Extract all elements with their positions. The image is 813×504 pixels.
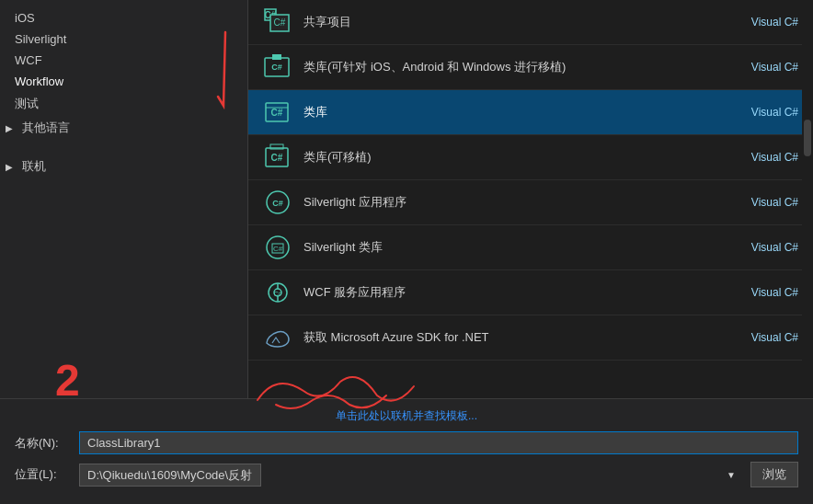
scrollbar-track (802, 0, 813, 398)
sidebar-item-silverlight[interactable]: Silverlight (0, 29, 247, 50)
name-label: 名称(N): (15, 435, 79, 452)
name-input[interactable] (79, 431, 798, 454)
bottom-section: 单击此处以联机并查找模板... 名称(N): 位置(L): D:\Qikuedu… (0, 398, 813, 504)
template-item-shared[interactable]: C# C# 共享项目 Visual C# (248, 0, 813, 45)
svg-rect-6 (272, 54, 281, 60)
location-label: 位置(L): (15, 466, 79, 483)
template-lang-silverlight-app: Visual C# (734, 196, 798, 209)
template-item-silverlight-app[interactable]: C# Silverlight 应用程序 Visual C# (248, 180, 813, 225)
template-name-library: 类库 (303, 104, 734, 120)
sidebar-item-test[interactable]: 测试 (0, 92, 247, 116)
template-name-shared: 共享项目 (303, 14, 734, 30)
svg-text:C#: C# (271, 153, 283, 163)
wcf-service-icon: C# (263, 278, 292, 307)
template-lang-shared: Visual C# (734, 16, 798, 29)
shared-project-icon: C# C# (263, 7, 292, 37)
template-lang-silverlight-lib: Visual C# (734, 241, 798, 254)
template-lang-library: Visual C# (734, 106, 798, 119)
template-lang-lib-portable: Visual C# (734, 61, 798, 74)
online-template-link[interactable]: 单击此处以联机并查找模板... (15, 408, 798, 424)
azure-icon (263, 323, 292, 352)
svg-text:C#: C# (272, 199, 283, 208)
svg-text:C#: C# (274, 291, 282, 297)
template-lang-lib-portable2: Visual C# (734, 151, 798, 164)
template-list: C# C# 共享项目 Visual C# C# 类库(可针对 (248, 0, 813, 398)
sidebar-item-online[interactable]: ▶ 联机 (0, 155, 247, 178)
lib-portable-icon: C# (263, 52, 292, 82)
browse-button[interactable]: 浏览 (750, 462, 798, 487)
location-row: 位置(L): D:\Qikuedu\1609\MyCode\反射 ▼ 浏览 (15, 462, 798, 487)
name-row: 名称(N): (15, 431, 798, 454)
sidebar-item-ios[interactable]: iOS (0, 7, 247, 29)
chevron-right-icon: ▶ (6, 123, 18, 133)
template-name-lib-portable2: 类库(可移植) (303, 149, 734, 166)
template-name-wcf-service: WCF 服务应用程序 (303, 284, 734, 301)
sidebar-item-other-lang[interactable]: ▶ 其他语言 (0, 116, 247, 140)
template-name-silverlight-lib: Silverlight 类库 (303, 239, 734, 256)
template-item-lib-portable2[interactable]: C# 类库(可移植) Visual C# (248, 135, 813, 180)
location-select-wrapper: D:\Qikuedu\1609\MyCode\反射 ▼ (79, 464, 743, 487)
template-item-silverlight-lib[interactable]: C# Silverlight 类库 Visual C# (248, 225, 813, 270)
template-lang-azure: Visual C# (734, 331, 798, 344)
main-container: iOS Silverlight WCF Workflow 测试 ▶ 其他语言 ▶… (0, 0, 813, 504)
sidebar-item-workflow[interactable]: Workflow (0, 71, 247, 92)
svg-text:C#: C# (271, 63, 282, 72)
template-item-library[interactable]: C# 类库 Visual C# (248, 90, 813, 135)
lib-portable2-icon: C# (263, 143, 292, 172)
template-name-azure: 获取 Microsoft Azure SDK for .NET (303, 329, 734, 346)
template-lang-wcf-service: Visual C# (734, 286, 798, 299)
sidebar-item-wcf[interactable]: WCF (0, 50, 247, 71)
template-item-wcf-service[interactable]: C# WCF 服务应用程序 Visual C# (248, 270, 813, 315)
template-name-silverlight-app: Silverlight 应用程序 (303, 194, 734, 211)
sidebar: iOS Silverlight WCF Workflow 测试 ▶ 其他语言 ▶… (0, 0, 248, 398)
library-icon: C# (263, 97, 292, 127)
chevron-right-icon-online: ▶ (6, 162, 18, 172)
dropdown-arrow-icon: ▼ (727, 470, 736, 480)
svg-text:C#: C# (274, 17, 286, 28)
template-name-lib-portable: 类库(可针对 iOS、Android 和 Windows 进行移植) (303, 59, 734, 75)
location-select[interactable]: D:\Qikuedu\1609\MyCode\反射 (79, 464, 261, 487)
scrollbar-thumb[interactable] (804, 120, 811, 156)
silverlight-lib-icon: C# (263, 233, 292, 262)
template-item-azure[interactable]: 获取 Microsoft Azure SDK for .NET Visual C… (248, 315, 813, 361)
silverlight-app-icon: C# (263, 188, 292, 217)
template-item-lib-portable[interactable]: C# 类库(可针对 iOS、Android 和 Windows 进行移植) Vi… (248, 45, 813, 90)
content-area: iOS Silverlight WCF Workflow 测试 ▶ 其他语言 ▶… (0, 0, 813, 398)
svg-text:C#: C# (271, 108, 283, 118)
svg-text:C#: C# (273, 245, 283, 253)
